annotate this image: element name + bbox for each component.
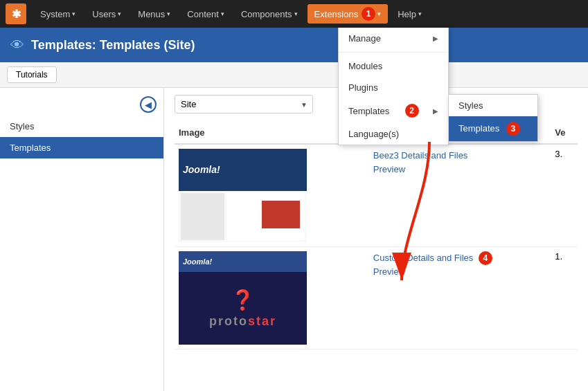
beez3-preview-image: Joomla!	[179, 149, 307, 242]
dropdown-separator	[339, 52, 448, 53]
protostar-thumb-cell: Joomla! ❓ protostar	[175, 247, 369, 349]
nav-help[interactable]: Help ▾	[391, 6, 429, 22]
joomla-brand[interactable]: ✱	[6, 3, 26, 24]
protostar-header: Joomla!	[179, 251, 307, 272]
beez3-thumb-cell: Joomla!	[175, 144, 369, 247]
protostar-preview-link[interactable]: Preview	[373, 266, 405, 277]
chevron-down-icon: ▾	[418, 10, 422, 17]
nav-components[interactable]: Components ▾	[234, 6, 305, 22]
submenu-styles[interactable]: Styles	[449, 95, 537, 116]
step-4-badge: 4	[479, 251, 492, 265]
dropdown-plugins[interactable]: Plugins	[339, 77, 448, 98]
site-filter-wrapper: Site Administrator	[175, 95, 313, 113]
chevron-down-icon: ▾	[72, 10, 75, 17]
back-button[interactable]: ◀	[140, 96, 157, 113]
protostar-star: star	[248, 314, 276, 328]
chevron-down-icon: ▾	[118, 10, 121, 17]
table-row: Joomla! Beez3 Details and Files	[175, 144, 578, 247]
sidebar-back-area: ◀	[0, 93, 163, 116]
submenu-templates[interactable]: Templates 3	[449, 116, 537, 141]
templates-submenu: Styles Templates 3	[448, 94, 538, 142]
top-navbar: ✱ System ▾ Users ▾ Menus ▾ Content ▾ Com…	[0, 0, 588, 28]
dropdown-modules[interactable]: Modules	[339, 55, 448, 77]
protostar-word: protostar	[209, 314, 276, 329]
joomla-logo: ✱	[12, 8, 21, 21]
protostar-version-cell: 1.	[551, 247, 578, 349]
table-row: Joomla! ❓ protostar	[175, 247, 578, 349]
nav-system[interactable]: System ▾	[33, 6, 82, 22]
protostar-preview-image: Joomla! ❓ protostar	[179, 251, 307, 345]
beez3-info-cell: Beez3 Details and Files Preview	[369, 144, 551, 247]
beez3-logo: Joomla!	[183, 164, 220, 175]
sidebar: ◀ Styles Templates	[0, 88, 164, 391]
sidebar-item-styles[interactable]: Styles	[0, 116, 163, 137]
protostar-body: ❓ protostar	[179, 272, 307, 345]
beez3-red-block	[262, 201, 300, 228]
nav-content[interactable]: Content ▾	[180, 6, 231, 22]
chevron-down-icon: ▾	[167, 10, 170, 17]
dropdown-manage[interactable]: Manage ▶	[339, 28, 448, 49]
page-header: 👁 Templates: Templates (Site)	[0, 28, 588, 62]
chevron-right-icon: ▶	[433, 107, 438, 115]
sidebar-item-templates[interactable]: Templates	[0, 137, 163, 158]
step-3-badge: 3	[506, 122, 520, 136]
chevron-down-icon: ▾	[221, 10, 224, 17]
dropdown-languages[interactable]: Language(s)	[339, 123, 448, 145]
beez3-version-cell: 3.	[551, 144, 578, 247]
nav-users[interactable]: Users ▾	[85, 6, 128, 22]
beez3-header: Joomla!	[179, 149, 307, 191]
protostar-icon: ❓	[231, 289, 255, 311]
tutorials-button[interactable]: Tutorials	[7, 66, 57, 83]
templates-table: Image Template ▲ Ve Joomla!	[175, 122, 578, 349]
chevron-down-icon: ▾	[294, 10, 298, 17]
beez3-sidebar-col	[181, 193, 224, 240]
toolbar: Tutorials	[0, 62, 588, 88]
eye-icon: 👁	[10, 37, 24, 53]
nav-menus[interactable]: Menus ▾	[131, 6, 177, 22]
protostar-details-link[interactable]: Custom Details and Files	[373, 253, 474, 263]
site-filter-select[interactable]: Site Administrator	[175, 95, 313, 113]
page-title: Templates: Templates (Site)	[31, 38, 195, 53]
beez3-thumbnail: Joomla!	[179, 149, 307, 242]
chevron-down-icon: ▾	[377, 10, 381, 17]
protostar-thumbnail: Joomla! ❓ protostar	[179, 251, 307, 345]
chevron-right-icon: ▶	[433, 35, 438, 42]
beez3-details-link[interactable]: Beez3 Details and Files	[373, 150, 468, 161]
protostar-proto: proto	[209, 314, 248, 328]
col-version: Ve	[551, 122, 578, 144]
protostar-info-cell: Custom Details and Files 4 Preview	[369, 247, 551, 349]
step-2-badge: 2	[405, 104, 419, 118]
dropdown-templates[interactable]: Templates 2 ▶	[339, 98, 448, 123]
extensions-dropdown: Manage ▶ Modules Plugins Templates 2 ▶ L…	[338, 28, 449, 145]
protostar-logo: Joomla!	[183, 257, 212, 266]
nav-extensions[interactable]: Extensions 1 ▾	[308, 4, 389, 24]
beez3-preview-link[interactable]: Preview	[373, 164, 405, 174]
step-1-badge: 1	[362, 7, 375, 21]
